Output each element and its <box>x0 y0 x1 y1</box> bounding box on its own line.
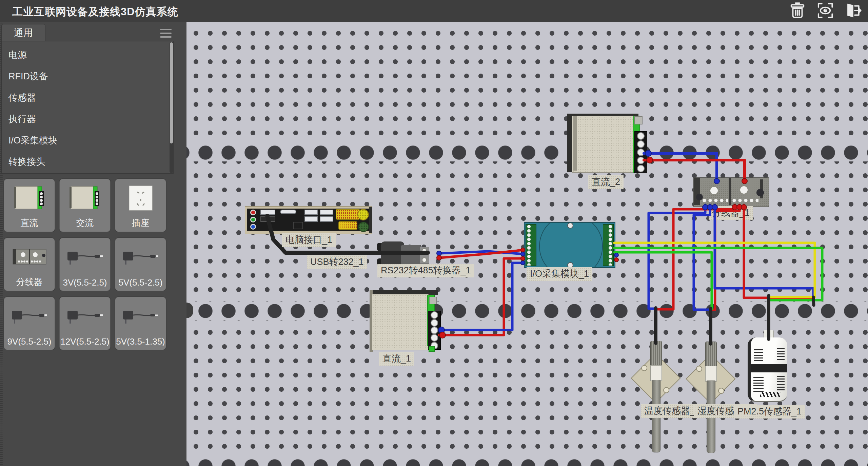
menu-scrollbar[interactable] <box>170 42 173 173</box>
adapter-thumbnail <box>4 297 55 336</box>
dc-power-2-label: 直流_2 <box>592 177 620 187</box>
menu-item-io-module[interactable]: I/O采集模块 <box>2 130 173 151</box>
device-card-5v-small-adapter[interactable]: 5V(3.5-1.35) <box>115 297 166 350</box>
adapter-thumbnail <box>115 297 166 336</box>
device-card-5v-adapter[interactable]: 5V(5.5-2.5) <box>115 238 166 291</box>
device-label-tag: 直流_1 <box>379 352 414 366</box>
card-label: 12V(5.5-2.5) <box>60 336 110 347</box>
card-label: 直流 <box>21 217 38 229</box>
dc-power-1-label: 直流_1 <box>382 353 411 364</box>
tab-general[interactable]: 通用 <box>1 24 45 41</box>
pm25-sensor-1-label: PM2.5传感器_1 <box>737 406 802 416</box>
delete-button[interactable] <box>788 2 807 21</box>
device-label-tag: USB转232_1 <box>307 255 367 269</box>
scrollbar-thumb[interactable] <box>170 42 173 143</box>
device-label-tag: 直流_2 <box>588 175 624 189</box>
card-label: 3V(5.5-2.5) <box>63 277 107 288</box>
device-card-9v-adapter[interactable]: 9V(5.5-2.5) <box>4 297 55 350</box>
exit-button[interactable] <box>844 2 863 21</box>
device-card-3v-adapter[interactable]: 3V(5.5-2.5) <box>59 238 111 291</box>
card-label: 5V(5.5-2.5) <box>118 277 162 288</box>
toolbar <box>788 1 863 21</box>
adapter-thumbnail <box>115 238 166 277</box>
card-label: 交流 <box>76 217 94 229</box>
dc-power-thumbnail <box>4 179 55 217</box>
trash-icon <box>788 1 807 21</box>
menu-item-rfid[interactable]: RFID设备 <box>2 65 173 87</box>
preview-button[interactable] <box>816 2 835 21</box>
ac-power-thumbnail <box>60 179 110 217</box>
device-card-socket[interactable]: 插座 <box>115 179 166 232</box>
temperature-sensor-1-label: 温度传感器_1 <box>644 406 700 416</box>
menu-hamburger-icon[interactable] <box>160 29 172 38</box>
menu-item-power[interactable]: 电源 <box>2 44 173 65</box>
card-label: 9V(5.5-2.5) <box>7 336 51 347</box>
device-label-tag: PM2.5传感器_1 <box>734 405 805 419</box>
socket-thumbnail <box>115 179 166 217</box>
device-card-ac[interactable]: 交流 <box>59 179 111 232</box>
device-card-splitter[interactable]: 分线器 <box>4 238 55 291</box>
device-card-dc[interactable]: 直流 <box>4 179 55 232</box>
pc-interface-1-label: 电脑接口_1 <box>285 235 332 245</box>
usb-232-1-label: USB转232_1 <box>310 257 364 267</box>
category-menu: 电源 RFID设备 传感器 执行器 I/O采集模块 转换接头 <box>1 41 174 174</box>
menu-item-sensor[interactable]: 传感器 <box>2 87 173 108</box>
rs232-485-converter-1-label: RS232转485转换器_1 <box>381 265 471 275</box>
card-label: 插座 <box>132 217 150 229</box>
simulation-canvas[interactable]: 分线器_1 <box>186 22 868 466</box>
title-bar: 工业互联网设备及接线3D仿真系统 <box>0 0 868 22</box>
io-collect-module-1-label: I/O采集模块_1 <box>530 269 589 279</box>
page-title: 工业互联网设备及接线3D仿真系统 <box>12 5 178 19</box>
device-card-12v-adapter[interactable]: 12V(5.5-2.5) <box>59 297 111 350</box>
exit-door-icon <box>844 1 862 21</box>
device-label-tag: RS232转485转换器_1 <box>377 264 474 277</box>
device-library-sidebar: 通用 电源 RFID设备 传感器 执行器 I/O采集模块 转换接头 直流 交流 <box>0 22 186 466</box>
card-label: 5V(3.5-1.35) <box>116 336 165 347</box>
adapter-thumbnail <box>60 238 110 277</box>
eye-viewfinder-icon <box>816 1 834 21</box>
menu-item-adapter[interactable]: 转换接头 <box>2 151 173 172</box>
splitter-thumbnail <box>4 238 55 276</box>
device-label-tag: 电脑接口_1 <box>282 233 336 247</box>
device-grid: 直流 交流 插座 分线器 3V(5.5-2.5) <box>4 179 166 350</box>
device-label-tag: I/O采集模块_1 <box>527 267 592 281</box>
adapter-thumbnail <box>60 297 110 336</box>
menu-item-actuator[interactable]: 执行器 <box>2 108 173 130</box>
card-label: 分线器 <box>16 276 43 288</box>
